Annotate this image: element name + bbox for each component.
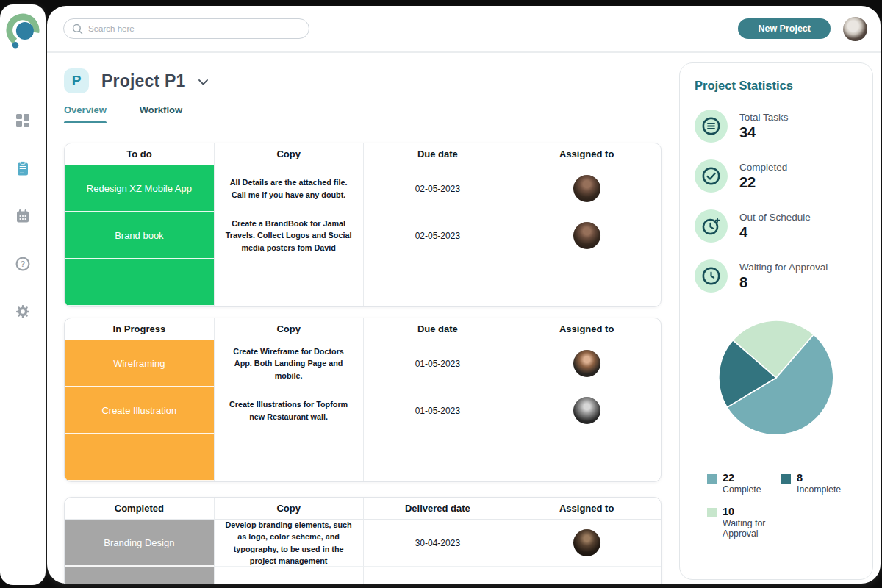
sidebar-item-calendar[interactable]: [15, 208, 31, 224]
task-copy-cell: Create a BrandBook for Jamal Travels. Co…: [214, 212, 363, 259]
legend-value: 8: [797, 472, 858, 484]
stat-value: 34: [739, 124, 789, 141]
search-input[interactable]: [88, 24, 301, 33]
task-copy-cell: [214, 434, 363, 481]
task-name-cell[interactable]: [65, 434, 214, 481]
column-header-copy: Copy: [214, 143, 363, 165]
task-name-cell[interactable]: Branding Design: [65, 520, 214, 567]
table-row: Brand book Create a BrandBook for Jamal …: [65, 212, 661, 259]
column-header-assigned: Assigned to: [512, 498, 661, 520]
legend-label: Incomplete: [797, 484, 858, 495]
legend-label: Waiting for Approval: [723, 518, 781, 539]
calendar-icon: [15, 209, 30, 223]
table-row: Redesign XZ Mobile App All Details are t…: [65, 165, 661, 212]
task-name-cell[interactable]: [65, 259, 214, 306]
task-name-cell[interactable]: Create Illustration: [65, 387, 214, 434]
stat-value: 22: [739, 174, 787, 191]
task-assignee-cell: [512, 434, 661, 481]
table-header-row: To do Copy Due date Assigned to: [65, 143, 661, 165]
clipboard-icon: [15, 161, 30, 176]
table-header-row: Completed Copy Delivered date Assigned t…: [65, 498, 661, 520]
chevron-down-icon[interactable]: [198, 79, 208, 85]
legend-value: 22: [723, 472, 781, 484]
stat-label: Total Tasks: [739, 112, 789, 123]
task-copy-cell: [214, 567, 363, 584]
stat-completed: Completed 22: [695, 159, 858, 193]
tab-workflow[interactable]: Workflow: [140, 104, 182, 123]
page-title: Project P1: [101, 71, 186, 91]
column-header-status: Completed: [65, 498, 214, 520]
stat-label: Out of Schedule: [739, 212, 811, 223]
project-area: P Project P1 Overview Workflow To do Cop…: [47, 53, 679, 584]
project-header: P Project P1: [64, 68, 662, 93]
legend-swatch: [781, 474, 791, 484]
new-project-button[interactable]: New Project: [738, 18, 831, 39]
stat-label: Completed: [739, 162, 787, 173]
task-date-cell: [363, 434, 512, 481]
assignee-avatar: [573, 350, 600, 377]
main-panel: New Project P Project P1 Overview Workfl…: [47, 6, 881, 584]
legend-item-waiting: 10 Waiting for Approval: [707, 506, 781, 539]
column-header-copy: Copy: [214, 318, 363, 340]
table-row-empty: [65, 567, 661, 584]
task-copy-cell: All Details are the attached file. Call …: [214, 165, 363, 212]
sidebar-item-help[interactable]: ?: [15, 256, 31, 272]
column-header-status: To do: [65, 143, 214, 165]
task-assignee-cell: [512, 340, 661, 387]
completed-table: Completed Copy Delivered date Assigned t…: [64, 497, 662, 584]
clock-icon: [701, 266, 721, 286]
task-name-cell[interactable]: Wireframing: [65, 340, 214, 387]
profile-avatar[interactable]: [843, 17, 867, 41]
assignee-avatar: [573, 222, 600, 249]
task-assignee-cell: [512, 259, 661, 306]
column-header-assigned: Assigned to: [512, 143, 661, 165]
task-date-cell: 30-04-2023: [363, 520, 512, 567]
sidebar-item-tasks[interactable]: [15, 160, 31, 176]
task-name-cell[interactable]: Brand book: [65, 212, 214, 259]
task-assignee-cell: [512, 387, 661, 434]
legend-item-complete: 22 Complete: [707, 472, 781, 495]
search-box: [63, 18, 309, 39]
column-header-date: Due date: [363, 143, 512, 165]
legend-item-incomplete: 8 Incomplete: [781, 472, 858, 495]
sidebar-item-settings[interactable]: [15, 304, 31, 320]
column-header-copy: Copy: [214, 498, 363, 520]
check-circle-icon: [701, 166, 721, 186]
task-name-cell[interactable]: Redesign XZ Mobile App: [65, 165, 214, 212]
sidebar-nav: ?: [15, 112, 31, 320]
table-row: Create Illustration Create Illustrations…: [65, 387, 661, 434]
tasks-pie-chart: [717, 319, 835, 437]
task-assignee-cell: [512, 165, 661, 212]
tab-overview[interactable]: Overview: [64, 104, 107, 123]
task-date-cell: 01-05-2023: [363, 340, 512, 387]
project-statistics-panel: Project Statistics Total Tasks 34: [679, 62, 873, 580]
task-assignee-cell: [512, 567, 661, 584]
topbar: New Project: [47, 6, 881, 51]
column-header-assigned: Assigned to: [512, 318, 661, 340]
assignee-avatar: [573, 175, 600, 202]
task-assignee-cell: [512, 212, 661, 259]
sidebar: ?: [0, 4, 46, 585]
legend-label: Complete: [723, 484, 781, 495]
task-name-cell[interactable]: [65, 567, 214, 584]
table-row-empty: [65, 434, 661, 481]
stat-label: Waiting for Approval: [739, 262, 828, 273]
table-header-row: In Progress Copy Due date Assigned to: [65, 318, 661, 340]
sidebar-item-dashboard[interactable]: [15, 112, 31, 129]
tabs: Overview Workflow: [64, 104, 662, 123]
stats-title: Project Statistics: [695, 79, 858, 93]
project-badge: P: [64, 68, 89, 93]
task-copy-cell: Develop branding elements, such as logo,…: [214, 520, 363, 567]
task-date-cell: [363, 259, 512, 306]
grid-icon: [15, 113, 30, 128]
legend-swatch: [707, 508, 717, 517]
legend-value: 10: [723, 506, 781, 517]
column-header-status: In Progress: [65, 318, 214, 340]
legend-swatch: [707, 474, 717, 484]
help-circle-icon: ?: [15, 257, 30, 271]
task-copy-cell: Create Wireframe for Doctors App. Both L…: [214, 340, 363, 387]
task-copy-cell: Create Illustrations for Topform new Res…: [214, 387, 363, 434]
column-header-date: Due date: [363, 318, 512, 340]
stat-waiting-approval: Waiting for Approval 8: [695, 259, 858, 293]
task-copy-cell: [214, 259, 363, 306]
